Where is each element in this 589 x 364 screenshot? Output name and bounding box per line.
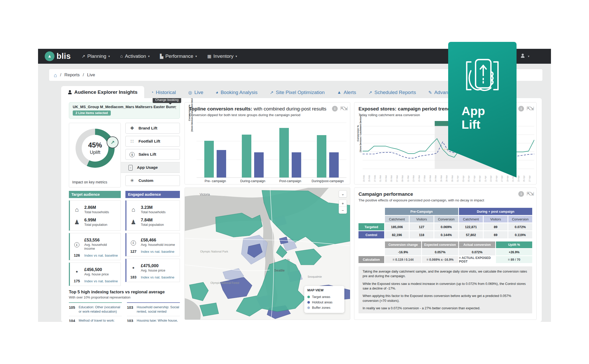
people-icon: ♟ bbox=[72, 219, 81, 225]
nav-item-planning[interactable]: ↗Planning▾ bbox=[81, 53, 110, 59]
stat-card: •£475,000Avg. house price183Index vs nat… bbox=[125, 259, 180, 282]
clock-icon: ◔ bbox=[151, 90, 153, 95]
tab-alerts[interactable]: ▲Alerts bbox=[331, 87, 362, 98]
table-cell: 0.069% bbox=[434, 223, 458, 230]
map-label-olympic-nf: Olympic National Forest bbox=[210, 281, 239, 284]
stat-value: 2.86M bbox=[84, 205, 109, 210]
map-collapse-button[interactable]: ⌄ bbox=[339, 190, 347, 198]
metric-value: -16.9% bbox=[385, 249, 421, 255]
footfall-lift-button[interactable]: ∷Footfall Lift bbox=[125, 136, 180, 147]
campaign-title: Campaign performance bbox=[358, 191, 413, 197]
chevron-down-icon: ▾ bbox=[108, 54, 110, 58]
factor-row: 103Housing type: Whole house, terraced (… bbox=[127, 316, 180, 322]
index-row: 127Index vs nat. baseline bbox=[129, 248, 177, 254]
expand-icon[interactable]: ⇱⇲ bbox=[527, 106, 533, 111]
table-cell: 82,196 bbox=[385, 231, 409, 238]
houses-icon: ⌂ bbox=[129, 207, 138, 213]
bar-chart-ylabel: Conversion % bbox=[188, 98, 191, 133]
custom-button[interactable]: ✳Custom bbox=[125, 175, 180, 186]
bar-chart-ylabel2: (Store Devices / Catchment Devices) bbox=[191, 98, 193, 133]
legend-dot bbox=[307, 306, 310, 309]
stat-row: •£475,000Avg. house price bbox=[129, 262, 177, 274]
table-group-header: Pre-Campaign bbox=[385, 208, 458, 215]
map-zoom-in-button[interactable]: + bbox=[339, 200, 347, 207]
calculation-cell: = 89 / 70 bbox=[496, 256, 532, 263]
booking-selector[interactable]: Change booking UK_MS_Group M_Mediacom_Ma… bbox=[69, 102, 180, 119]
footsteps-icon: ∷ bbox=[131, 138, 133, 144]
home-icon[interactable]: ⌂ bbox=[54, 72, 57, 78]
tab-historical[interactable]: ◔Historical bbox=[145, 87, 181, 98]
map-zoom-out-button[interactable]: − bbox=[339, 207, 347, 213]
breadcrumb-item-reports[interactable]: Reports bbox=[64, 72, 80, 78]
nav-item-inventory[interactable]: ▦Inventory▾ bbox=[207, 53, 237, 59]
tab-label: Historical bbox=[156, 90, 176, 95]
blis-logo[interactable]: ▲ blis bbox=[45, 51, 71, 61]
factor-row: 104Method of travel to work: Underground… bbox=[69, 316, 122, 322]
nav-item-label: Inventory bbox=[213, 53, 233, 59]
info-icon[interactable]: i bbox=[332, 106, 338, 111]
report-tabs: Audience Explorer Insights◔Historical◎Li… bbox=[61, 85, 484, 98]
bar-group bbox=[272, 123, 309, 178]
map-card: Victoria Olympic National Park Seattle O… bbox=[185, 188, 350, 320]
explanation-paragraph: In reality we saw a 0.072% conversion - … bbox=[363, 306, 528, 311]
explanation-paragraph: While the Exposed stores saw a modest in… bbox=[363, 282, 528, 291]
nav-item-performance[interactable]: ▙Performance▾ bbox=[160, 53, 197, 59]
bar-indigo bbox=[329, 152, 339, 178]
brand-lift-button[interactable]: ❖Brand Lift bbox=[125, 123, 180, 134]
factor-index: 103 bbox=[127, 305, 134, 310]
user-menu[interactable]: ▾ bbox=[521, 54, 529, 59]
footsteps-icon: ∷ bbox=[129, 138, 135, 144]
sales-lift-button[interactable]: $Sales Lift bbox=[125, 149, 180, 160]
breadcrumb-item-live[interactable]: Live bbox=[87, 72, 95, 78]
metric-value: +26.9% bbox=[496, 249, 532, 255]
table-column-header: Conversion bbox=[508, 216, 532, 222]
tab-audience-explorer-insights[interactable]: Audience Explorer Insights bbox=[61, 86, 144, 98]
lift-metric-buttons: ❖Brand Lift∷Footfall Lift$Sales Lift↑App… bbox=[125, 123, 180, 188]
tab-live[interactable]: ◎Live bbox=[182, 87, 209, 98]
stat-label: Total population bbox=[141, 223, 164, 227]
date-label: 28-Mar bbox=[445, 171, 451, 182]
campaign-performance-card: i ⇱⇲ Campaign performance The positive e… bbox=[354, 188, 537, 320]
date-label: 05-Mar bbox=[390, 171, 395, 182]
stat-label: Avg. house price bbox=[84, 272, 109, 276]
table-group-header: During + post campaign bbox=[459, 208, 532, 215]
bar-indigo bbox=[254, 152, 264, 178]
topline-title-rest: with combined during-post results bbox=[252, 106, 326, 111]
top-factors-subtitle: With over 10% proportional representatio… bbox=[69, 295, 180, 299]
expand-icon[interactable]: ⇱⇲ bbox=[527, 191, 533, 197]
stat-label: Total population bbox=[84, 223, 107, 227]
metric-header: Conversion change bbox=[385, 241, 421, 248]
nav-item-activation[interactable]: ⌂Activation▾ bbox=[120, 53, 150, 59]
metric-value: 0.072% bbox=[459, 249, 495, 255]
info-icon[interactable]: i bbox=[518, 106, 524, 111]
stat-value: 7.84M bbox=[141, 218, 164, 222]
performance-table: Pre-CampaignDuring + post campaignCatchm… bbox=[358, 208, 532, 238]
date-label: 01-Apr bbox=[456, 171, 462, 182]
houses-icon: ⌂ bbox=[75, 207, 79, 213]
uplift-donut-chart: 45% Uplift bbox=[76, 129, 115, 168]
tab-label: Booking Analysis bbox=[220, 90, 257, 95]
app-usage-button[interactable]: ↑App Usage bbox=[119, 162, 180, 173]
tab-booking-analysis[interactable]: ◕Booking Analysis bbox=[210, 87, 263, 98]
expand-icon[interactable]: ⇱⇲ bbox=[340, 106, 347, 111]
date-label: 13-Mar bbox=[412, 171, 418, 182]
topline-conversion-card: i ⇱⇲ Topline conversion results: with co… bbox=[185, 102, 350, 184]
info-icon[interactable]: i bbox=[518, 191, 524, 197]
house-pound-icon: • bbox=[129, 265, 138, 271]
pencil-icon: ✎ bbox=[428, 90, 432, 95]
tab-scheduled-reports[interactable]: ↗Scheduled Reports bbox=[363, 87, 422, 98]
table-row-label: Control bbox=[358, 231, 384, 238]
stat-value: £475,000 bbox=[141, 263, 165, 268]
factor-text: Household ownership: Social rented, soci… bbox=[137, 305, 180, 314]
lift-button-label: Footfall Lift bbox=[139, 139, 160, 144]
stat-value: £53,556 bbox=[84, 238, 118, 242]
map-label-snoqualmie: Snoqualmie bbox=[308, 275, 322, 278]
date-label: 07-Apr bbox=[473, 171, 478, 182]
calculation-label: Calculation bbox=[358, 256, 384, 263]
bar-x-label: During/post-campaign bbox=[309, 179, 346, 183]
date-label: 15-Mar bbox=[418, 171, 423, 182]
gauge-icon: ◎ bbox=[188, 90, 192, 95]
app-lift-phone-hand-icon bbox=[463, 58, 502, 94]
tab-site-pixel-optimization[interactable]: ↗Site Pixel Optimization bbox=[264, 87, 330, 98]
booking-name: UK_MS_Group M_Mediacom_Mars Maltesers Ea… bbox=[73, 105, 176, 109]
